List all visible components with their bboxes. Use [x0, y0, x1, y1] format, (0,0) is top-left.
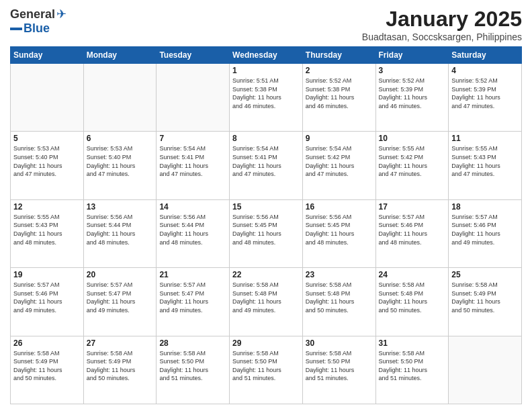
- day-number: 26: [13, 338, 81, 348]
- day-info: Sunrise: 5:57 AMSunset: 5:46 PMDaylight:…: [379, 213, 446, 246]
- header-tuesday: Tuesday: [157, 47, 230, 64]
- day-number: 4: [451, 66, 519, 75]
- header-saturday: Saturday: [449, 47, 522, 64]
- table-row: 17Sunrise: 5:57 AMSunset: 5:46 PMDayligh…: [375, 199, 449, 267]
- table-row: 24Sunrise: 5:58 AMSunset: 5:48 PMDayligh…: [375, 268, 449, 336]
- table-row: 31Sunrise: 5:58 AMSunset: 5:50 PMDayligh…: [375, 336, 449, 404]
- day-info: Sunrise: 5:52 AMSunset: 5:38 PMDaylight:…: [306, 77, 373, 110]
- day-info: Sunrise: 5:58 AMSunset: 5:50 PMDaylight:…: [159, 349, 226, 383]
- table-row: 9Sunrise: 5:54 AMSunset: 5:42 PMDaylight…: [302, 132, 375, 199]
- table-row: 26Sunrise: 5:58 AMSunset: 5:49 PMDayligh…: [11, 336, 84, 404]
- day-info: Sunrise: 5:52 AMSunset: 5:39 PMDaylight:…: [379, 77, 446, 110]
- table-row: 8Sunrise: 5:54 AMSunset: 5:41 PMDaylight…: [230, 132, 303, 199]
- day-info: Sunrise: 5:54 AMSunset: 5:42 PMDaylight:…: [306, 144, 373, 178]
- day-info: Sunrise: 5:53 AMSunset: 5:40 PMDaylight:…: [87, 144, 154, 178]
- day-info: Sunrise: 5:55 AMSunset: 5:43 PMDaylight:…: [451, 144, 519, 178]
- table-row: [11, 64, 84, 132]
- day-info: Sunrise: 5:55 AMSunset: 5:42 PMDaylight:…: [379, 144, 446, 178]
- table-row: 23Sunrise: 5:58 AMSunset: 5:48 PMDayligh…: [302, 268, 375, 336]
- calendar-header-row: Sunday Monday Tuesday Wednesday Thursday…: [11, 47, 522, 64]
- header-monday: Monday: [83, 47, 157, 64]
- day-number: 5: [13, 134, 81, 143]
- day-number: 20: [87, 270, 154, 279]
- day-number: 30: [306, 338, 373, 348]
- table-row: [83, 64, 157, 132]
- day-info: Sunrise: 5:55 AMSunset: 5:43 PMDaylight:…: [13, 213, 81, 246]
- day-number: 9: [306, 134, 373, 143]
- day-info: Sunrise: 5:58 AMSunset: 5:50 PMDaylight:…: [232, 349, 300, 383]
- title-block: January 2025 Buadtasan, Soccsksargen, Ph…: [362, 7, 522, 42]
- day-info: Sunrise: 5:58 AMSunset: 5:50 PMDaylight:…: [306, 349, 373, 383]
- day-info: Sunrise: 5:58 AMSunset: 5:48 PMDaylight:…: [379, 281, 446, 314]
- day-info: Sunrise: 5:52 AMSunset: 5:39 PMDaylight:…: [451, 77, 519, 110]
- calendar-week-row: 1Sunrise: 5:51 AMSunset: 5:38 PMDaylight…: [11, 64, 522, 132]
- day-info: Sunrise: 5:56 AMSunset: 5:45 PMDaylight:…: [232, 213, 300, 246]
- table-row: 12Sunrise: 5:55 AMSunset: 5:43 PMDayligh…: [11, 199, 84, 267]
- table-row: [157, 64, 230, 132]
- calendar-week-row: 5Sunrise: 5:53 AMSunset: 5:40 PMDaylight…: [11, 132, 522, 199]
- logo-bird-icon: ✈: [56, 7, 66, 21]
- day-info: Sunrise: 5:56 AMSunset: 5:45 PMDaylight:…: [306, 213, 373, 246]
- header-friday: Friday: [375, 47, 449, 64]
- header-wednesday: Wednesday: [230, 47, 303, 64]
- calendar-week-row: 12Sunrise: 5:55 AMSunset: 5:43 PMDayligh…: [11, 199, 522, 267]
- day-number: 12: [13, 202, 81, 212]
- day-info: Sunrise: 5:57 AMSunset: 5:47 PMDaylight:…: [87, 281, 154, 314]
- logo-blue: Blue: [24, 21, 50, 36]
- month-title: January 2025: [362, 7, 522, 32]
- calendar-week-row: 19Sunrise: 5:57 AMSunset: 5:46 PMDayligh…: [11, 268, 522, 336]
- table-row: 15Sunrise: 5:56 AMSunset: 5:45 PMDayligh…: [230, 199, 303, 267]
- day-info: Sunrise: 5:58 AMSunset: 5:48 PMDaylight:…: [306, 281, 373, 314]
- day-number: 28: [159, 338, 226, 348]
- day-number: 27: [87, 338, 154, 348]
- day-number: 7: [159, 134, 226, 143]
- header-sunday: Sunday: [11, 47, 84, 64]
- table-row: 19Sunrise: 5:57 AMSunset: 5:46 PMDayligh…: [11, 268, 84, 336]
- day-info: Sunrise: 5:54 AMSunset: 5:41 PMDaylight:…: [159, 144, 226, 178]
- table-row: 6Sunrise: 5:53 AMSunset: 5:40 PMDaylight…: [83, 132, 157, 199]
- header: General ✈ Blue January 2025 Buadtasan, S…: [10, 7, 522, 42]
- subtitle: Buadtasan, Soccsksargen, Philippines: [362, 32, 522, 42]
- day-number: 2: [306, 66, 373, 75]
- table-row: 7Sunrise: 5:54 AMSunset: 5:41 PMDaylight…: [157, 132, 230, 199]
- table-row: 11Sunrise: 5:55 AMSunset: 5:43 PMDayligh…: [449, 132, 522, 199]
- day-number: 18: [451, 202, 519, 212]
- day-info: Sunrise: 5:57 AMSunset: 5:47 PMDaylight:…: [159, 281, 226, 314]
- day-number: 13: [87, 202, 154, 212]
- day-number: 8: [232, 134, 300, 143]
- calendar-week-row: 26Sunrise: 5:58 AMSunset: 5:49 PMDayligh…: [11, 336, 522, 404]
- table-row: 18Sunrise: 5:57 AMSunset: 5:46 PMDayligh…: [449, 199, 522, 267]
- day-number: 11: [451, 134, 519, 143]
- day-info: Sunrise: 5:57 AMSunset: 5:46 PMDaylight:…: [451, 213, 519, 246]
- day-number: 16: [306, 202, 373, 212]
- day-number: 3: [379, 66, 446, 75]
- day-number: 6: [87, 134, 154, 143]
- table-row: 16Sunrise: 5:56 AMSunset: 5:45 PMDayligh…: [302, 199, 375, 267]
- day-info: Sunrise: 5:58 AMSunset: 5:49 PMDaylight:…: [451, 281, 519, 314]
- day-info: Sunrise: 5:57 AMSunset: 5:46 PMDaylight:…: [13, 281, 81, 314]
- table-row: 27Sunrise: 5:58 AMSunset: 5:49 PMDayligh…: [83, 336, 157, 404]
- table-row: 4Sunrise: 5:52 AMSunset: 5:39 PMDaylight…: [449, 64, 522, 132]
- table-row: 10Sunrise: 5:55 AMSunset: 5:42 PMDayligh…: [375, 132, 449, 199]
- day-number: 17: [379, 202, 446, 212]
- day-number: 10: [379, 134, 446, 143]
- table-row: [449, 336, 522, 404]
- day-number: 23: [306, 270, 373, 279]
- table-row: 13Sunrise: 5:56 AMSunset: 5:44 PMDayligh…: [83, 199, 157, 267]
- day-info: Sunrise: 5:56 AMSunset: 5:44 PMDaylight:…: [87, 213, 154, 246]
- day-info: Sunrise: 5:58 AMSunset: 5:50 PMDaylight:…: [379, 349, 446, 383]
- day-number: 25: [451, 270, 519, 279]
- table-row: 25Sunrise: 5:58 AMSunset: 5:49 PMDayligh…: [449, 268, 522, 336]
- logo-general: General: [10, 7, 55, 21]
- day-number: 1: [232, 66, 300, 75]
- table-row: 30Sunrise: 5:58 AMSunset: 5:50 PMDayligh…: [302, 336, 375, 404]
- day-info: Sunrise: 5:53 AMSunset: 5:40 PMDaylight:…: [13, 144, 81, 178]
- day-number: 31: [379, 338, 446, 348]
- day-number: 29: [232, 338, 300, 348]
- logo: General ✈ Blue: [10, 7, 66, 36]
- table-row: 14Sunrise: 5:56 AMSunset: 5:44 PMDayligh…: [157, 199, 230, 267]
- day-number: 15: [232, 202, 300, 212]
- header-thursday: Thursday: [302, 47, 375, 64]
- day-info: Sunrise: 5:58 AMSunset: 5:49 PMDaylight:…: [13, 349, 81, 383]
- day-info: Sunrise: 5:56 AMSunset: 5:44 PMDaylight:…: [159, 213, 226, 246]
